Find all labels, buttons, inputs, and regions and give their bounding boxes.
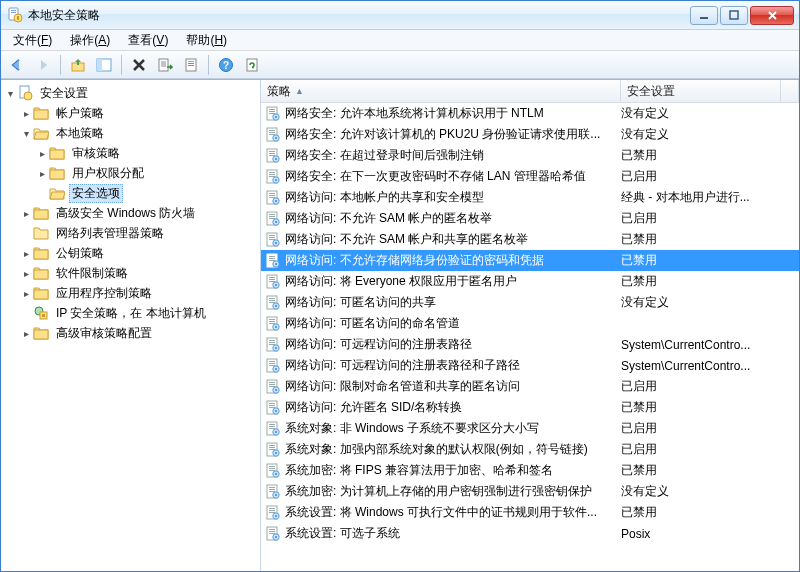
export-icon xyxy=(157,57,173,73)
svg-rect-51 xyxy=(269,174,275,175)
svg-rect-105 xyxy=(269,363,275,364)
export-list-button[interactable] xyxy=(153,53,177,77)
tree-root-node[interactable]: ▾安全设置 xyxy=(3,83,260,103)
refresh-icon xyxy=(244,57,260,73)
policy-row[interactable]: 系统对象: 非 Windows 子系统不要求区分大小写已启用 xyxy=(261,418,799,439)
tree-item-advaudit[interactable]: ▸高级审核策略配置 xyxy=(19,323,260,343)
tree-item-appctrl[interactable]: ▸应用程序控制策略 xyxy=(19,283,260,303)
svg-rect-146 xyxy=(269,508,275,509)
policy-row[interactable]: 网络访问: 不允许 SAM 帐户的匿名枚举已启用 xyxy=(261,208,799,229)
menu-help[interactable]: 帮助(H) xyxy=(178,30,235,51)
toggle-tree-button[interactable] xyxy=(92,53,116,77)
tree-expander[interactable]: ▸ xyxy=(19,288,33,299)
tree-expander[interactable]: ▾ xyxy=(3,88,17,99)
delete-button[interactable] xyxy=(127,53,151,77)
tree-expander[interactable]: ▸ xyxy=(19,268,33,279)
svg-text:?: ? xyxy=(223,60,229,71)
tree-item-firewall[interactable]: ▸高级安全 Windows 防火墙 xyxy=(19,203,260,223)
policy-name: 系统设置: 将 Windows 可执行文件中的证书规则用于软件... xyxy=(285,504,597,521)
menu-file[interactable]: 文件(F) xyxy=(5,30,60,51)
policy-row[interactable]: 网络访问: 限制对命名管道和共享的匿名访问已启用 xyxy=(261,376,799,397)
tree-pane[interactable]: ▾安全设置▸帐户策略▾本地策略▸审核策略▸用户权限分配安全选项▸高级安全 Win… xyxy=(1,80,261,571)
svg-rect-134 xyxy=(269,466,275,467)
policy-setting-cell: 没有定义 xyxy=(621,105,799,122)
back-button[interactable] xyxy=(5,53,29,77)
svg-rect-22 xyxy=(50,170,64,179)
menu-action[interactable]: 操作(A) xyxy=(62,30,118,51)
forward-button[interactable] xyxy=(31,53,55,77)
menu-bar: 文件(F) 操作(A) 查看(V) 帮助(H) xyxy=(1,30,799,51)
policy-setting-cell: 已禁用 xyxy=(621,504,799,521)
tree-expander[interactable]: ▸ xyxy=(19,108,33,119)
tree-item-pubkey[interactable]: ▸公钥策略 xyxy=(19,243,260,263)
policy-row[interactable]: 网络访问: 本地帐户的共享和安全模型经典 - 对本地用户进行... xyxy=(261,187,799,208)
svg-rect-152 xyxy=(269,529,275,530)
tree-expander[interactable]: ▸ xyxy=(35,148,49,159)
close-button[interactable] xyxy=(750,6,794,25)
policy-row[interactable]: 网络访问: 可远程访问的注册表路径System\CurrentContro... xyxy=(261,334,799,355)
svg-rect-62 xyxy=(269,214,275,215)
tree-item-softrestrict[interactable]: ▸软件限制策略 xyxy=(19,263,260,283)
window-title: 本地安全策略 xyxy=(28,7,690,24)
column-policy[interactable]: 策略▲ xyxy=(261,80,621,102)
policy-row[interactable]: 网络安全: 允许本地系统将计算机标识用于 NTLM没有定义 xyxy=(261,103,799,124)
column-padding xyxy=(781,80,799,102)
help-button[interactable]: ? xyxy=(214,53,238,77)
properties-button[interactable] xyxy=(179,53,203,77)
minimize-button[interactable] xyxy=(690,6,718,25)
tree-expander[interactable]: ▸ xyxy=(19,208,33,219)
app-icon xyxy=(7,7,23,23)
tree-expander[interactable]: ▾ xyxy=(19,128,33,139)
tree-expander[interactable]: ▸ xyxy=(35,168,49,179)
policy-name-cell: 网络访问: 不允许 SAM 帐户的匿名枚举 xyxy=(265,210,621,227)
policy-name: 网络访问: 不允许 SAM 帐户和共享的匿名枚举 xyxy=(285,231,528,248)
svg-rect-129 xyxy=(269,447,275,448)
policy-row[interactable]: 网络访问: 不允许存储网络身份验证的密码和凭据已禁用 xyxy=(261,250,799,271)
column-setting[interactable]: 安全设置 xyxy=(621,80,781,102)
policy-row[interactable]: 网络安全: 在超过登录时间后强制注销已禁用 xyxy=(261,145,799,166)
policy-row[interactable]: 系统加密: 为计算机上存储的用户密钥强制进行强密钥保护没有定义 xyxy=(261,481,799,502)
toolbar: ? xyxy=(1,51,799,79)
policy-name: 网络访问: 本地帐户的共享和安全模型 xyxy=(285,189,484,206)
tree-expander[interactable]: ▸ xyxy=(19,328,33,339)
menu-view[interactable]: 查看(V) xyxy=(120,30,176,51)
svg-rect-30 xyxy=(34,330,48,339)
policy-row[interactable]: 网络访问: 将 Everyone 权限应用于匿名用户已禁用 xyxy=(261,271,799,292)
tree-item-local[interactable]: ▾本地策略 xyxy=(19,123,260,143)
policy-row[interactable]: 系统设置: 将 Windows 可执行文件中的证书规则用于软件...已禁用 xyxy=(261,502,799,523)
svg-rect-56 xyxy=(269,193,275,194)
svg-rect-42 xyxy=(275,137,277,139)
policy-row[interactable]: 网络访问: 允许匿名 SID/名称转换已禁用 xyxy=(261,397,799,418)
policy-row[interactable]: 系统加密: 将 FIPS 兼容算法用于加密、哈希和签名已禁用 xyxy=(261,460,799,481)
policy-name-cell: 网络访问: 不允许存储网络身份验证的密码和凭据 xyxy=(265,252,621,269)
tree-item-account[interactable]: ▸帐户策略 xyxy=(19,103,260,123)
tree-expander[interactable]: ▸ xyxy=(19,248,33,259)
svg-rect-126 xyxy=(275,431,277,433)
policy-name: 网络访问: 可远程访问的注册表路径 xyxy=(285,336,472,353)
maximize-button[interactable] xyxy=(720,6,748,25)
up-level-button[interactable] xyxy=(66,53,90,77)
policy-setting-cell: 没有定义 xyxy=(621,483,799,500)
tree-item-ipsec[interactable]: IP 安全策略，在 本地计算机 xyxy=(19,303,260,323)
tree-item-user_rights[interactable]: ▸用户权限分配 xyxy=(35,163,260,183)
policy-name-cell: 网络访问: 不允许 SAM 帐户和共享的匿名枚举 xyxy=(265,231,621,248)
title-bar[interactable]: 本地安全策略 xyxy=(1,1,799,30)
tree-item-netlist[interactable]: 网络列表管理器策略 xyxy=(19,223,260,243)
policy-row[interactable]: 系统对象: 加强内部系统对象的默认权限(例如，符号链接)已启用 xyxy=(261,439,799,460)
policy-row[interactable]: 网络访问: 可远程访问的注册表路径和子路径System\CurrentContr… xyxy=(261,355,799,376)
policy-row[interactable]: 网络安全: 在下一次更改密码时不存储 LAN 管理器哈希值已启用 xyxy=(261,166,799,187)
policy-row[interactable]: 网络访问: 可匿名访问的命名管道 xyxy=(261,313,799,334)
tree-label: 高级安全 Windows 防火墙 xyxy=(53,205,198,222)
refresh-button[interactable] xyxy=(240,53,264,77)
svg-rect-60 xyxy=(275,200,277,202)
list-body[interactable]: 网络安全: 允许本地系统将计算机标识用于 NTLM没有定义网络安全: 允许对该计… xyxy=(261,103,799,571)
tree-item-audit[interactable]: ▸审核策略 xyxy=(35,143,260,163)
policy-row[interactable]: 网络访问: 可匿名访问的共享没有定义 xyxy=(261,292,799,313)
tree-item-sec_options[interactable]: 安全选项 xyxy=(35,183,260,203)
policy-row[interactable]: 网络安全: 允许对该计算机的 PKU2U 身份验证请求使用联...没有定义 xyxy=(261,124,799,145)
tree-label: IP 安全策略，在 本地计算机 xyxy=(53,305,209,322)
svg-rect-98 xyxy=(269,340,275,341)
policy-row[interactable]: 系统设置: 可选子系统Posix xyxy=(261,523,799,544)
policy-row[interactable]: 网络访问: 不允许 SAM 帐户和共享的匿名枚举已禁用 xyxy=(261,229,799,250)
tree-label: 审核策略 xyxy=(69,145,123,162)
